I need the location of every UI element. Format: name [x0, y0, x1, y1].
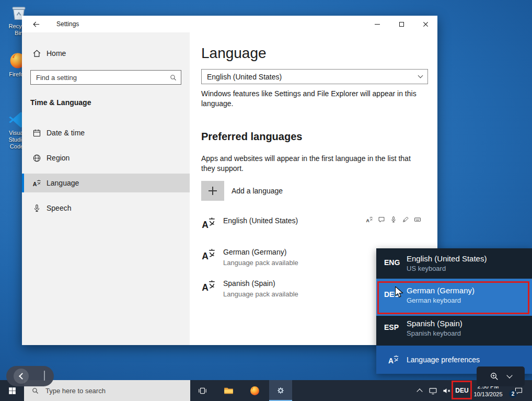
language-glyph-icon [201, 216, 216, 231]
sidebar-item-label: Region [47, 154, 70, 162]
language-name: English (United States) [223, 214, 298, 225]
desktop: Recycle Bin Firefox Visual Studio Code S… [0, 0, 532, 401]
tray-date: 10/13/2025 [471, 391, 505, 398]
language-icon [32, 179, 41, 188]
flyout-language-name: German (Germany) [407, 286, 475, 295]
speech-mic-icon [32, 204, 41, 213]
sidebar-item-label: Speech [47, 204, 71, 212]
back-arrow-icon [32, 20, 41, 29]
taskbar: DEU 2:50 PM 10/13/2025 2 [0, 380, 532, 401]
nav-overlay [6, 366, 54, 386]
language-code: DEU [376, 279, 407, 316]
tray-network-button[interactable] [426, 380, 439, 401]
file-explorer-icon [223, 385, 234, 396]
chevron-up-icon [417, 388, 422, 394]
tray-show-hidden-icons-button[interactable] [414, 380, 425, 401]
minimize-icon [375, 24, 380, 25]
back-button[interactable] [25, 16, 47, 32]
page-title: Language [201, 45, 267, 62]
region-globe-icon [32, 154, 41, 163]
sidebar: Home Time & Language Date & time Region … [22, 32, 190, 345]
nav-forward-button[interactable] [44, 372, 47, 381]
task-view-button[interactable] [191, 380, 214, 401]
settings-window: Settings Home Time & Language Date & tim… [22, 16, 437, 345]
tray-volume-button[interactable] [440, 380, 453, 401]
chevron-down-icon[interactable] [506, 372, 512, 378]
firefox-taskbar-button[interactable] [243, 380, 266, 401]
windows-logo-icon [8, 386, 17, 395]
caption-buttons [365, 16, 437, 32]
settings-taskbar-button[interactable] [269, 380, 292, 401]
language-code: ENG [376, 248, 407, 279]
sidebar-item-home[interactable]: Home [22, 44, 190, 63]
nav-back-button[interactable] [14, 369, 29, 384]
language-preferences-label: Language preferences [407, 356, 480, 364]
language-name: German (Germany) [223, 246, 298, 256]
maximize-icon [399, 22, 404, 27]
language-feature-icons [366, 216, 421, 223]
language-list-item-english[interactable]: English (United States) [201, 214, 428, 243]
sidebar-section-title: Time & Language [30, 98, 91, 107]
handwriting-icon [402, 216, 409, 223]
sidebar-item-label: Date & time [47, 129, 85, 137]
taskbar-search-input[interactable] [39, 387, 190, 395]
flyout-language-name: Spanish (Spain) [407, 319, 462, 328]
language-glyph-icon [201, 247, 216, 262]
display-language-dropdown[interactable]: English (United States) [201, 69, 428, 84]
speech-feature-icon [390, 216, 397, 223]
tray-language-button[interactable]: DEU [453, 380, 471, 401]
flyout-language-name: English (United States) [407, 254, 487, 263]
language-name: Spanish (Spain) [223, 277, 298, 288]
language-switcher-flyout: ENG English (United States) US keyboard … [376, 248, 532, 374]
home-icon [32, 49, 41, 58]
display-language-value: English (United States) [207, 73, 282, 81]
window-title: Settings [56, 16, 79, 32]
preferred-languages-description: Apps and websites will appear in the fir… [201, 154, 418, 174]
add-language-button[interactable]: Add a language [201, 181, 283, 201]
find-setting-searchbox[interactable] [30, 70, 181, 85]
flyout-item-german-selected[interactable]: DEU German (Germany) German keyboard [376, 279, 532, 316]
gear-icon [276, 386, 285, 395]
title-bar: Settings [22, 16, 437, 32]
sidebar-item-date-time[interactable]: Date & time [22, 123, 190, 142]
search-icon [169, 74, 177, 82]
chevron-right-icon [44, 371, 45, 381]
volume-muted-icon [442, 386, 451, 395]
task-view-icon [198, 386, 207, 396]
file-explorer-button[interactable] [217, 380, 240, 401]
preferred-languages-title: Preferred languages [201, 131, 302, 143]
flyout-keyboard-name: US keyboard [407, 265, 487, 272]
plus-icon [201, 181, 224, 201]
chevron-left-icon [19, 373, 26, 380]
flyout-item-spanish[interactable]: ESP Spanish (Spain) Spanish keyboard [376, 316, 532, 346]
sidebar-item-label: Language [47, 179, 79, 187]
chevron-down-icon [418, 73, 423, 78]
network-icon [429, 386, 437, 395]
sidebar-item-label: Home [47, 49, 66, 58]
typing-icon [414, 216, 421, 223]
sidebar-item-language[interactable]: Language [22, 174, 190, 192]
language-glyph-icon [388, 354, 399, 365]
sidebar-item-region[interactable]: Region [22, 148, 190, 167]
language-code: ESP [376, 316, 407, 346]
display-language-description: Windows features like Settings and File … [201, 89, 426, 109]
zoom-overlay [477, 366, 525, 386]
flyout-item-english[interactable]: ENG English (United States) US keyboard [376, 248, 532, 279]
date-time-icon [32, 129, 41, 138]
firefox-icon [249, 385, 260, 396]
notification-badge: 2 [509, 390, 517, 398]
add-language-label: Add a language [232, 187, 283, 195]
minimize-button[interactable] [365, 16, 389, 32]
display-language-icon [366, 216, 373, 223]
close-button[interactable] [413, 16, 437, 32]
zoom-in-icon[interactable] [490, 372, 499, 381]
sidebar-item-speech[interactable]: Speech [22, 199, 190, 217]
search-icon [31, 387, 39, 395]
maximize-button[interactable] [389, 16, 413, 32]
language-note: Language pack available [223, 290, 298, 298]
close-icon [423, 21, 429, 27]
flyout-keyboard-name: Spanish keyboard [407, 329, 462, 337]
search-input[interactable] [31, 71, 181, 84]
app-language-icon [378, 216, 385, 223]
language-glyph-icon [201, 279, 216, 293]
